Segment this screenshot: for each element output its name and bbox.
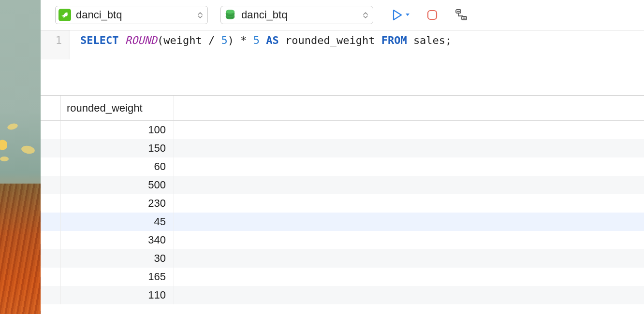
row-number-cell [41, 213, 61, 231]
table-row[interactable]: 100 [41, 121, 644, 139]
sql-identifier: weight [163, 34, 202, 46]
row-number-cell [41, 194, 61, 213]
row-number-cell [41, 268, 61, 286]
stop-query-button[interactable] [426, 9, 438, 21]
sql-function-round: ROUND [125, 34, 157, 46]
row-number-cell [41, 286, 61, 304]
database-selector-label: danci_btq [241, 9, 287, 21]
sql-keyword-select: SELECT [80, 34, 118, 46]
connection-selector[interactable]: danci_btq [55, 6, 208, 24]
row-number-cell [41, 249, 61, 268]
wallpaper-speck [7, 122, 18, 130]
line-number: 1 [41, 33, 62, 48]
sql-keyword-as: AS [266, 34, 279, 46]
sql-keyword-from: FROM [381, 34, 407, 46]
column-header-label: rounded_weight [67, 102, 143, 114]
result-cell[interactable]: 30 [61, 249, 174, 268]
sql-code[interactable]: SELECT ROUND(weight / 5) * 5 AS rounded_… [70, 30, 452, 59]
sql-identifier: sales [413, 34, 445, 46]
result-cell[interactable]: 165 [61, 268, 174, 286]
result-cell[interactable]: 340 [61, 231, 174, 249]
results-body[interactable]: 100150605002304534030165110 [41, 121, 644, 314]
run-query-button[interactable] [392, 9, 410, 21]
results-panel: rounded_weight 1001506050023045340301651… [41, 95, 644, 314]
result-cell[interactable]: 230 [61, 194, 174, 213]
connection-icon [59, 9, 71, 21]
explain-plan-button[interactable] [454, 9, 468, 21]
result-cell[interactable]: 100 [61, 121, 174, 139]
sql-identifier: rounded_weight [285, 34, 375, 46]
row-number-header [41, 96, 61, 120]
toolbar-actions [392, 9, 468, 21]
chevron-down-icon [405, 13, 410, 17]
editor-gutter: 1 [41, 30, 70, 59]
sql-number: 5 [221, 34, 227, 46]
result-cell[interactable]: 60 [61, 157, 174, 176]
table-row[interactable]: 165 [41, 268, 644, 286]
row-number-cell [41, 139, 61, 157]
editor-empty-area[interactable] [41, 59, 644, 95]
sql-number: 5 [253, 34, 260, 46]
svg-rect-2 [428, 11, 437, 19]
database-icon [224, 9, 236, 21]
svg-point-1 [226, 10, 234, 14]
desktop-background [0, 0, 41, 314]
sql-editor[interactable]: 1 SELECT ROUND(weight / 5) * 5 AS rounde… [41, 30, 644, 59]
table-row[interactable]: 60 [41, 157, 644, 176]
table-row[interactable]: 340 [41, 231, 644, 249]
column-header[interactable]: rounded_weight [61, 96, 174, 120]
wallpaper-speck [21, 145, 35, 155]
dropdown-stepper-icon [198, 12, 203, 19]
connection-selector-label: danci_btq [76, 9, 122, 21]
table-row[interactable]: 30 [41, 249, 644, 268]
table-row[interactable]: 110 [41, 286, 644, 304]
database-selector[interactable]: danci_btq [220, 6, 373, 24]
table-row[interactable]: 500 [41, 176, 644, 194]
row-number-cell [41, 157, 61, 176]
dropdown-stepper-icon [363, 12, 368, 19]
wallpaper-speck [0, 157, 9, 161]
table-row[interactable]: 150 [41, 139, 644, 157]
results-header: rounded_weight [41, 96, 644, 121]
table-row[interactable]: 45 [41, 213, 644, 231]
result-cell[interactable]: 110 [61, 286, 174, 304]
row-number-cell [41, 231, 61, 249]
sql-client-window: danci_btq danci_btq [41, 0, 644, 314]
row-number-cell [41, 121, 61, 139]
result-cell[interactable]: 150 [61, 139, 174, 157]
table-row[interactable]: 230 [41, 194, 644, 213]
toolbar: danci_btq danci_btq [41, 0, 644, 30]
row-number-cell [41, 176, 61, 194]
result-cell[interactable]: 500 [61, 176, 174, 194]
result-cell[interactable]: 45 [61, 213, 174, 231]
